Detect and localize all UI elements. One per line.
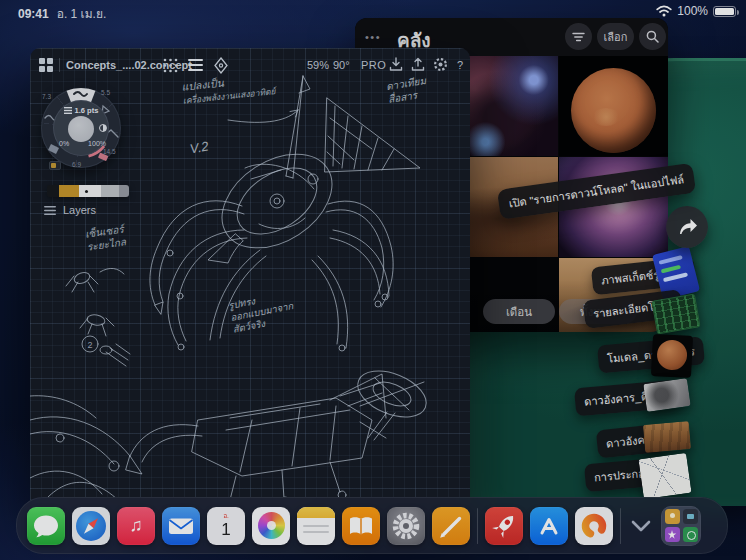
import-icon[interactable] bbox=[389, 57, 403, 72]
dock-app-photos[interactable] bbox=[252, 507, 290, 545]
dock-app-sketch-pen[interactable] bbox=[432, 507, 470, 545]
note-satellite: ดาวเทียม สื่อสาร bbox=[385, 75, 429, 106]
note-shape: รูปทรง ออกแบบมาจาก สัตว์จริง bbox=[227, 288, 296, 335]
swatch-lightgray[interactable] bbox=[101, 185, 119, 197]
calendar-weekday: อ. bbox=[223, 513, 229, 520]
segment-months[interactable]: เดือน bbox=[483, 299, 555, 324]
toolbar-divider bbox=[59, 58, 60, 72]
open-book-icon bbox=[342, 507, 380, 545]
filter-button[interactable] bbox=[565, 23, 592, 50]
ring-value: 6.9 bbox=[72, 161, 81, 168]
wifi-icon bbox=[656, 5, 672, 17]
date: อ. 1 เม.ย. bbox=[57, 4, 107, 23]
folder-mini-app-star bbox=[665, 527, 680, 542]
share-button[interactable] bbox=[666, 206, 708, 248]
ring-value: 14.5 bbox=[103, 148, 116, 155]
rocket-icon bbox=[485, 507, 523, 545]
ring-value: 7.3 bbox=[42, 93, 51, 100]
dock-collapse-button[interactable] bbox=[628, 507, 654, 545]
item-thumb-assembly-sketch[interactable] bbox=[638, 453, 691, 499]
tool-settings-disc[interactable]: 1.6 pts 0% 100% bbox=[53, 100, 109, 156]
select-button[interactable]: เลือก bbox=[597, 23, 634, 50]
dock-app-books[interactable] bbox=[342, 507, 380, 545]
item-thumb-mars-model[interactable] bbox=[651, 334, 693, 378]
layers-list-icon[interactable] bbox=[188, 59, 203, 72]
tool-wheel[interactable]: 1.6 pts 0% 100% 7.3 5.5 6.9 14.5 bbox=[41, 88, 121, 168]
chevron-down-icon bbox=[630, 520, 652, 532]
robot-sketch-corner bbox=[30, 396, 142, 512]
shape-nib-icon[interactable] bbox=[213, 57, 229, 74]
dock-app-music[interactable]: ♫ bbox=[117, 507, 155, 545]
messages-bubble-icon bbox=[27, 507, 65, 545]
clock: 09:41 bbox=[18, 7, 49, 21]
search-icon bbox=[646, 30, 659, 43]
color-chip-icon[interactable] bbox=[49, 161, 61, 170]
filter-lines-icon bbox=[572, 32, 585, 42]
calendar-day: 1 bbox=[221, 521, 230, 538]
share-arrow-icon bbox=[675, 215, 699, 239]
search-button[interactable] bbox=[639, 23, 666, 50]
dock-app-settings[interactable] bbox=[387, 507, 425, 545]
tool-wheel-center[interactable] bbox=[68, 116, 94, 142]
export-icon[interactable] bbox=[411, 57, 425, 72]
swatch-gray[interactable] bbox=[119, 185, 129, 197]
swatch-black[interactable] bbox=[47, 185, 59, 197]
dock-app-concepts[interactable] bbox=[575, 507, 613, 545]
dock-app-calendar[interactable]: อ. 1 bbox=[207, 507, 245, 545]
folder-mini-app-camera bbox=[683, 509, 698, 524]
safari-needle-icon bbox=[72, 507, 110, 545]
dock-app-launcher[interactable] bbox=[485, 507, 523, 545]
rotation-angle[interactable]: 90° bbox=[333, 59, 350, 71]
concepts-swirl-icon bbox=[575, 507, 613, 545]
folder-mini-app-ring bbox=[683, 527, 698, 542]
item-thumb-mars-terrain[interactable] bbox=[643, 421, 691, 453]
help-button[interactable]: ? bbox=[457, 59, 463, 71]
dock-app-messages[interactable] bbox=[27, 507, 65, 545]
statusbar-left: 09:41 อ. 1 เม.ย. bbox=[18, 4, 106, 23]
folder-mini-app-bulb bbox=[665, 509, 680, 524]
photo-horsehead-nebula[interactable] bbox=[457, 56, 558, 156]
concepts-window: 2 แปลงเป็น เครื่องพลังงานแสงอาทิตย์ ดาวเ… bbox=[30, 48, 470, 512]
zoom-level[interactable]: 59% bbox=[307, 59, 329, 71]
note-convert: แปลงเป็น เครื่องพลังงานแสงอาทิตย์ bbox=[181, 71, 276, 107]
selected-color-dot bbox=[85, 190, 88, 193]
layers-label: Layers bbox=[63, 204, 96, 216]
ipad-screen: 09:41 อ. 1 เม.ย. 100% ••• คลัง bbox=[0, 0, 746, 560]
dock-app-appstore[interactable] bbox=[530, 507, 568, 545]
note-sensor: เซ็นเซอร์ ระยะไกล bbox=[84, 223, 126, 253]
appstore-a-icon bbox=[530, 507, 568, 545]
dock: ♫ อ. 1 bbox=[16, 497, 728, 554]
opacity-min-label: 0% bbox=[59, 140, 69, 147]
hamburger-icon bbox=[44, 206, 56, 215]
stroke-lines-icon bbox=[64, 107, 72, 114]
dock-app-notes[interactable] bbox=[297, 507, 335, 545]
precision-grid-icon[interactable] bbox=[163, 58, 178, 73]
dock-divider bbox=[477, 508, 478, 544]
opacity-half-moon-icon bbox=[99, 124, 107, 132]
pro-button[interactable]: PRO bbox=[361, 59, 386, 71]
swatch-gold[interactable] bbox=[59, 185, 79, 197]
dock-app-safari[interactable] bbox=[72, 507, 110, 545]
settings-gear-icon[interactable] bbox=[433, 57, 448, 72]
gear-icon bbox=[387, 507, 425, 545]
photos-flower-icon bbox=[258, 512, 285, 539]
photo-mars-globe[interactable] bbox=[559, 56, 668, 156]
note-version: V.2 bbox=[189, 139, 210, 158]
opacity-max-label: 100% bbox=[88, 140, 106, 147]
battery-icon bbox=[713, 6, 736, 17]
swatch-white-selected[interactable] bbox=[79, 185, 101, 197]
color-swatch-bar[interactable] bbox=[47, 185, 129, 197]
dock-app-folder[interactable] bbox=[661, 506, 701, 546]
dock-divider bbox=[620, 508, 621, 544]
battery-percent: 100% bbox=[677, 4, 708, 18]
window-more-button[interactable]: ••• bbox=[365, 31, 381, 43]
layers-row[interactable]: Layers bbox=[44, 204, 96, 216]
stroke-size-label: 1.6 pts bbox=[53, 106, 109, 115]
pen-icon bbox=[432, 507, 470, 545]
dock-app-mail[interactable] bbox=[162, 507, 200, 545]
sketch-badge-number: 2 bbox=[88, 340, 93, 350]
ring-value: 5.5 bbox=[101, 89, 110, 96]
statusbar-right: 100% bbox=[656, 4, 736, 18]
robot-sketch-rover bbox=[130, 362, 433, 507]
gallery-grid-icon[interactable] bbox=[39, 58, 54, 73]
